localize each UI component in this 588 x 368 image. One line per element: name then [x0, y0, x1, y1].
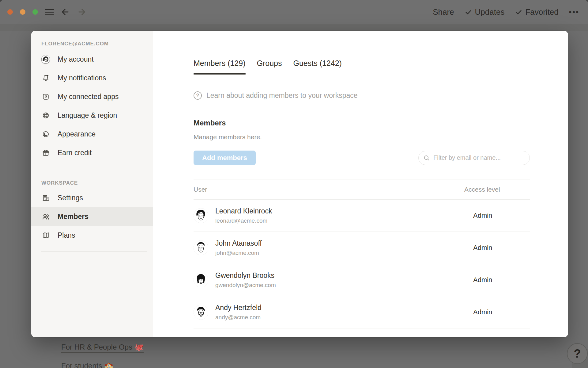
forward-button[interactable] — [77, 7, 87, 17]
member-email: leonard@acme.com — [215, 217, 464, 224]
member-name: Leonard Kleinrock — [215, 207, 464, 215]
member-info: John Atanasoff john@acme.com — [215, 239, 464, 256]
arrow-left-icon — [60, 7, 70, 17]
menu-icon[interactable] — [45, 9, 54, 15]
member-avatar — [194, 305, 208, 320]
sidebar-item-appearance[interactable]: Appearance — [31, 125, 153, 144]
user-avatar-icon — [41, 55, 50, 64]
section-subtitle: Manage members here. — [194, 133, 530, 141]
member-avatar — [194, 208, 208, 223]
share-button[interactable]: Share — [433, 7, 454, 17]
favorited-label: Favorited — [525, 7, 558, 17]
building-icon — [41, 194, 50, 202]
link-hr-people-ops: For HR & People Ops 🐙 — [61, 343, 144, 353]
dimmed-page-band — [0, 24, 588, 31]
sidebar-divider — [41, 251, 147, 252]
sidebar-item-my-connected-apps[interactable]: My connected apps — [31, 87, 153, 106]
add-members-button[interactable]: Add members — [194, 151, 256, 165]
member-email: andy@acme.com — [215, 314, 464, 321]
table-row: Gwendolyn Brooks gwendolyn@acme.com Admi… — [194, 264, 530, 296]
table-header: User Access level — [194, 179, 530, 200]
sidebar-item-language-region[interactable]: Language & region — [31, 106, 153, 125]
globe-icon — [41, 111, 50, 120]
app-window: Share Updates Favorited ••• For HR & Peo… — [0, 0, 588, 368]
help-button[interactable]: ? — [567, 343, 588, 364]
sidebar-item-label: Earn credit — [58, 149, 92, 157]
bell-icon — [41, 74, 50, 82]
settings-sidebar: FLORENCE@ACME.COM My account My notifica… — [31, 31, 153, 337]
table-row: John Atanasoff john@acme.com Admin — [194, 232, 530, 264]
minimize-window-button[interactable] — [20, 9, 25, 15]
sidebar-item-label: My notifications — [58, 74, 106, 82]
favorited-button[interactable]: Favorited — [515, 7, 558, 17]
member-info: Andy Hertzfeld andy@acme.com — [215, 304, 464, 321]
updates-label: Updates — [475, 7, 505, 17]
member-filter — [418, 151, 530, 165]
moon-icon — [41, 130, 50, 139]
filter-input[interactable] — [418, 151, 530, 165]
more-options-button[interactable]: ••• — [569, 8, 579, 16]
tab-members[interactable]: Members (129) — [194, 59, 246, 74]
sidebar-item-earn-credit[interactable]: Earn credit — [31, 144, 153, 162]
members-settings-panel: Members (129) Groups Guests (1242) ? Lea… — [153, 31, 568, 337]
table-row: Andy Hertzfeld andy@acme.com Admin — [194, 296, 530, 328]
account-email-heading: FLORENCE@ACME.COM — [41, 41, 153, 47]
member-email: john@acme.com — [215, 250, 464, 256]
check-icon — [515, 8, 522, 16]
tab-groups[interactable]: Groups — [257, 59, 282, 74]
sidebar-item-label: My connected apps — [58, 93, 119, 101]
members-tabs: Members (129) Groups Guests (1242) — [194, 59, 530, 74]
zoom-window-button[interactable] — [32, 9, 38, 15]
member-avatar — [194, 240, 208, 255]
member-avatar — [194, 273, 208, 287]
window-titlebar: Share Updates Favorited ••• — [0, 0, 588, 24]
section-title: Members — [194, 119, 530, 127]
sidebar-item-settings[interactable]: Settings — [31, 189, 153, 207]
help-circle-icon: ? — [194, 91, 202, 100]
member-info: Gwendolyn Brooks gwendolyn@acme.com — [215, 271, 464, 289]
updates-button[interactable]: Updates — [465, 7, 505, 17]
workspace-heading: WORKSPACE — [41, 180, 153, 186]
traffic-lights — [7, 9, 38, 15]
people-icon — [41, 213, 50, 221]
sidebar-item-label: Plans — [58, 231, 75, 240]
gift-icon — [41, 149, 50, 157]
close-window-button[interactable] — [7, 9, 13, 15]
share-label: Share — [433, 7, 454, 17]
table-row: Leonard Kleinrock leonard@acme.com Admin — [194, 200, 530, 232]
access-level-select[interactable]: Admin — [464, 276, 530, 284]
learn-about-members-link[interactable]: ? Learn about adding members to your wor… — [194, 91, 358, 100]
member-name: Andy Hertzfeld — [215, 304, 464, 312]
arrow-right-icon — [77, 7, 87, 17]
member-name: Gwendolyn Brooks — [215, 271, 464, 280]
members-controls: Add members — [194, 151, 530, 165]
map-icon — [41, 231, 50, 240]
settings-dialog: FLORENCE@ACME.COM My account My notifica… — [31, 31, 568, 337]
sidebar-item-my-notifications[interactable]: My notifications — [31, 69, 153, 87]
link-students: For students 🏫 — [61, 362, 113, 368]
user-column-header: User — [194, 186, 464, 193]
sidebar-item-members[interactable]: Members — [31, 207, 153, 226]
member-info: Leonard Kleinrock leonard@acme.com — [215, 207, 464, 224]
member-name: John Atanasoff — [215, 239, 464, 247]
help-link-label: Learn about adding members to your works… — [206, 91, 358, 100]
back-button[interactable] — [60, 7, 70, 17]
members-table: User Access level Leonard Kleinrock leon… — [194, 179, 530, 328]
sidebar-item-my-account[interactable]: My account — [31, 50, 153, 69]
sidebar-item-plans[interactable]: Plans — [31, 226, 153, 245]
access-level-select[interactable]: Admin — [464, 212, 530, 220]
access-level-column-header: Access level — [464, 186, 530, 193]
access-level-select[interactable]: Admin — [464, 244, 530, 252]
access-level-select[interactable]: Admin — [464, 308, 530, 316]
sidebar-item-label: Settings — [58, 194, 83, 202]
check-icon — [465, 8, 472, 16]
sidebar-item-label: My account — [58, 55, 94, 63]
sidebar-item-label: Appearance — [58, 130, 96, 138]
search-icon — [423, 154, 430, 163]
sidebar-item-label: Members — [58, 213, 89, 221]
sidebar-item-label: Language & region — [58, 111, 117, 120]
tab-guests[interactable]: Guests (1242) — [293, 59, 341, 74]
external-link-icon — [41, 93, 50, 101]
member-email: gwendolyn@acme.com — [215, 282, 464, 289]
